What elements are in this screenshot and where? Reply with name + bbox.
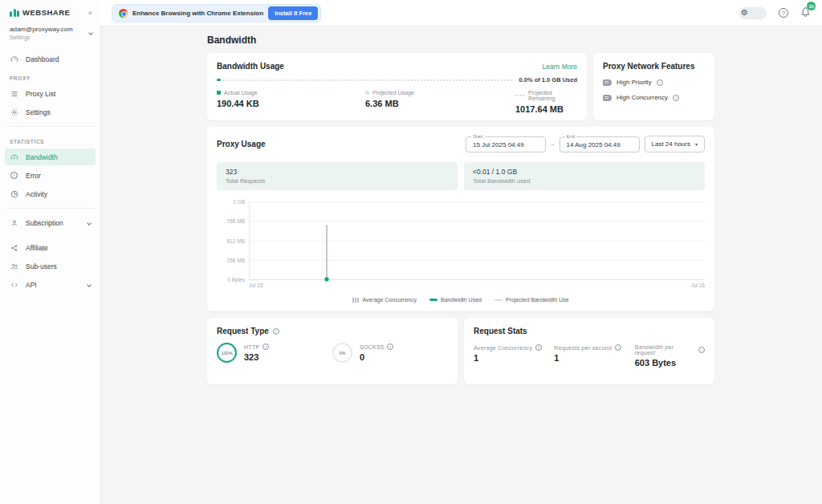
chevron-down-icon [88,30,93,35]
stat-label: Total Requests [226,177,449,185]
start-date-input[interactable]: Start 15 Jul 2025 04:49 [466,136,546,152]
chevron-down-icon [87,221,92,226]
bandwidth-icon [10,152,18,161]
gear-icon [10,108,18,116]
sidebar-item-activity[interactable]: Activity [5,185,96,202]
info-icon[interactable] [535,344,542,351]
info-icon[interactable] [657,79,663,86]
users-icon [10,262,18,270]
range-preset-select[interactable]: Last 24 hours [645,136,706,152]
gridline [250,221,705,222]
help-icon[interactable] [779,8,788,18]
sidebar-item-proxy-list[interactable]: Proxy List [5,85,96,102]
info-icon[interactable] [698,347,705,353]
sidebar: WEBSHARE adam@proxyway.com Settings Dash… [0,0,100,504]
bandwidth-stats: Actual Usage 190.44 KB Projected Usage 6… [217,90,577,114]
chart-plot: 1 GB 768 MB 512 MB 256 MB 0 Bytes [249,201,705,280]
sidebar-item-settings[interactable]: Settings [5,104,96,120]
stat-value: 190.44 KB [217,99,365,108]
legend-bandwidth-used[interactable]: Bandwidth Used [429,297,482,303]
gridline [250,241,705,242]
legend-label: Projected Bandwidth Use [506,297,569,303]
x-axis-start-label: Jul 15 [249,282,262,288]
actual-usage-marker [217,91,221,95]
list-icon [10,89,18,98]
topbar: Enhance Browsing with Chrome Extension I… [100,0,822,26]
legend-projected-bandwidth[interactable]: Projected Bandwidth Use [494,297,569,303]
bandwidth-usage-card: Bandwidth Usage Learn More 0.0% of 1.0 G… [207,53,587,120]
proxy-usage-stats: 323 Total Requests <0.01 / 1.0 GB Total … [217,162,705,190]
sidebar-item-label: Settings [26,108,51,116]
account-info: adam@proxyway.com Settings [10,26,89,40]
y-axis-tick: 256 MB [227,257,245,262]
request-stats-card: Request Stats Average Concurrency 1 [464,318,714,384]
projected-usage-stat: Projected Usage 6.36 MB [365,90,515,114]
features-title: Proxy Network Features [603,62,705,71]
collapse-sidebar-icon[interactable] [88,9,92,17]
stat-value: 6.36 MB [365,99,515,108]
sidebar-item-label: Proxy List [26,90,55,98]
proxy-network-features-card: Proxy Network Features High Priority Hig… [593,53,714,120]
actual-usage-stat: Actual Usage 190.44 KB [217,90,365,114]
content: Bandwidth Bandwidth Usage Learn More 0.0… [100,26,822,504]
info-icon[interactable] [262,343,269,350]
info-icon[interactable] [615,344,621,351]
error-icon: ! [10,171,18,180]
main-column: Enhance Browsing with Chrome Extension I… [100,0,822,504]
x-axis-labels: Jul 15 Jul 16 [249,282,705,288]
info-icon[interactable] [387,343,393,350]
sidebar-item-label: Error [26,172,41,180]
notifications-button[interactable]: 10 [800,6,811,20]
sidebar-item-label: API [26,281,37,289]
webshare-logo: WEBSHARE [10,8,70,17]
info-icon[interactable] [273,328,279,335]
top-cards-row: Bandwidth Usage Learn More 0.0% of 1.0 G… [207,53,714,120]
webshare-logo-icon [10,9,19,17]
stat-label: Total Bandwidth used [473,177,696,185]
http-percent-ring: 100% [217,343,237,363]
start-label: Start [471,134,485,139]
chevron-down-icon [87,282,92,287]
legend-label: Bandwidth Used [441,297,482,303]
start-value: 15 Jul 2025 04:49 [473,141,524,148]
request-stats-title: Request Stats [474,327,705,335]
sidebar-item-sub-users[interactable]: Sub-users [5,258,96,274]
info-icon[interactable] [673,95,679,101]
request-type-title: Request Type [217,327,269,335]
sidebar-section-statistics: STATISTICS [5,132,96,147]
progress-track [222,79,512,81]
sidebar-item-label: Bandwidth [26,153,58,161]
legend-average-concurrency[interactable]: Average Concurrency [352,297,417,303]
learn-more-link[interactable]: Learn More [543,63,577,71]
end-value: 14 Aug 2025 04:49 [567,141,621,148]
http-request-type: 100% HTTP 323 [217,343,332,363]
end-date-input[interactable]: End 14 Aug 2025 04:49 [560,136,640,152]
feature-high-concurrency: High Concurrency [603,94,705,101]
sidebar-item-subscription[interactable]: Subscription [5,214,96,231]
sidebar-item-error[interactable]: ! Error [5,167,96,184]
share-icon [10,243,18,252]
stat-value: <0.01 / 1.0 GB [473,168,696,176]
sidebar-item-bandwidth[interactable]: Bandwidth [5,148,96,165]
chevron-down-icon [695,141,698,147]
gridline [250,201,705,202]
type-value: 0 [360,352,393,362]
account-menu[interactable]: adam@proxyway.com Settings [0,22,100,47]
sidebar-item-dashboard[interactable]: Dashboard [5,51,96,67]
bandwidth-per-request-stat: Bandwidth per request 603 Bytes [635,344,705,368]
stat-value: 323 [226,168,449,176]
end-label: End [565,134,577,139]
theme-toggle[interactable]: ⚙ [739,7,767,19]
sidebar-item-label: Sub-users [26,262,57,270]
projected-usage-marker [365,91,369,95]
sidebar-item-affiliate[interactable]: Affiliate [5,239,96,256]
sidebar-item-api[interactable]: API [5,276,96,293]
legend-label: Average Concurrency [362,297,417,303]
chart-legend: Average Concurrency Bandwidth Used Proje… [217,297,705,303]
install-extension-button[interactable]: Install It Free [268,6,318,20]
sidebar-divider [6,208,94,209]
y-axis-tick: 1 GB [233,199,245,205]
app-root: WEBSHARE adam@proxyway.com Settings Dash… [0,0,822,504]
person-icon [10,218,18,227]
socks5-percent-ring: 0% [332,343,352,363]
